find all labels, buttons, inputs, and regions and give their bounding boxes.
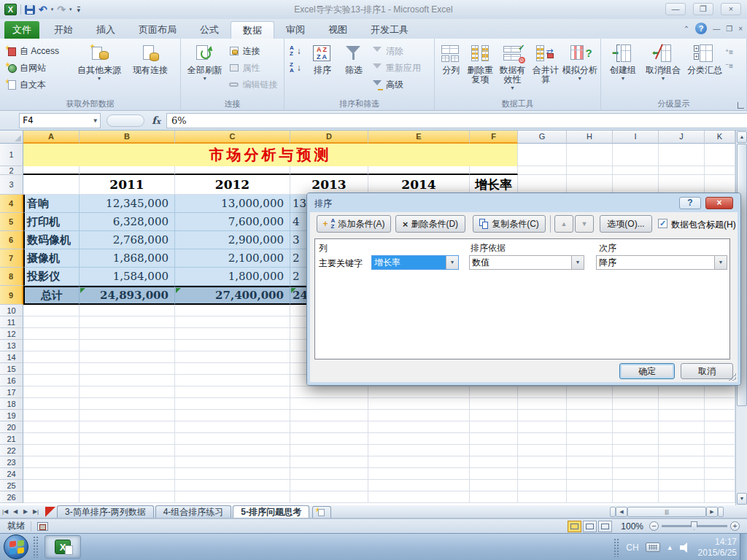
cell[interactable] — [613, 445, 659, 456]
cell[interactable] — [518, 398, 567, 410]
cell[interactable] — [705, 398, 735, 410]
cell[interactable] — [705, 445, 735, 456]
cell[interactable] — [518, 491, 567, 503]
tab-view[interactable]: 视图 — [317, 21, 359, 39]
dialog-close-button[interactable]: × — [705, 197, 733, 209]
sort-button[interactable]: A ZZ A 排序 — [306, 41, 338, 75]
row-header[interactable]: 11 — [0, 316, 23, 328]
row-header[interactable]: 5 — [0, 213, 23, 231]
has-headers-checkbox[interactable]: ✓ — [658, 219, 667, 228]
cell[interactable] — [23, 375, 80, 386]
create-group-button[interactable]: ➡ 创建组 ▼ — [604, 41, 642, 81]
row-header[interactable]: 24 — [0, 468, 23, 480]
cell[interactable] — [567, 480, 613, 491]
cell[interactable] — [470, 421, 518, 433]
zoom-level[interactable]: 100% — [621, 521, 643, 532]
category-cell[interactable]: 打印机 — [23, 213, 80, 231]
cell[interactable] — [567, 398, 613, 410]
cell[interactable] — [290, 456, 368, 468]
cell[interactable] — [175, 363, 290, 375]
cell[interactable] — [659, 456, 705, 468]
horizontal-scroll-thumb[interactable]: ||| — [627, 507, 706, 517]
advanced-filter-button[interactable]: 高级 — [369, 77, 430, 92]
select-all-corner[interactable] — [0, 131, 23, 144]
row-header[interactable]: 17 — [0, 386, 23, 398]
cell[interactable] — [23, 386, 80, 398]
name-box[interactable]: F4 ▼ — [19, 113, 101, 128]
row-header-1[interactable]: 1 — [0, 144, 23, 166]
cell[interactable] — [518, 410, 567, 421]
row-header[interactable]: 19 — [0, 410, 23, 421]
hide-detail-icon[interactable]: ⁻≡ — [725, 61, 737, 72]
cell[interactable] — [470, 410, 518, 421]
cell[interactable] — [470, 433, 518, 445]
workbook-minimize-icon[interactable]: — — [713, 25, 720, 33]
row-header[interactable]: 12 — [0, 328, 23, 340]
cell[interactable] — [705, 433, 735, 445]
total-cell-b9[interactable]: 24,893,000 — [80, 286, 175, 305]
scroll-left-icon[interactable]: ◀ — [616, 507, 627, 517]
cell[interactable] — [23, 316, 80, 328]
cell[interactable] — [80, 386, 175, 398]
cell[interactable] — [80, 328, 175, 340]
zoom-slider[interactable] — [662, 525, 727, 527]
cell[interactable] — [567, 491, 613, 503]
cell[interactable] — [23, 398, 80, 410]
cell[interactable] — [23, 410, 80, 421]
row-header[interactable]: 4 — [0, 195, 23, 213]
cell[interactable] — [175, 410, 290, 421]
growth-header-cell[interactable]: 增长率 — [470, 175, 518, 195]
cell[interactable] — [175, 480, 290, 491]
save-icon[interactable] — [25, 5, 35, 15]
resize-grip[interactable] — [729, 373, 736, 381]
cell[interactable] — [23, 351, 80, 363]
cell[interactable] — [368, 456, 470, 468]
value-2012-cell[interactable]: 13,000,000 — [175, 195, 290, 213]
cell[interactable] — [567, 468, 613, 480]
cell[interactable] — [290, 421, 368, 433]
cell[interactable] — [80, 305, 175, 316]
cell[interactable] — [175, 328, 290, 340]
scroll-down-icon[interactable]: ▼ — [737, 493, 747, 505]
cell[interactable] — [175, 305, 290, 316]
cell[interactable] — [175, 491, 290, 503]
column-header-c[interactable]: C — [175, 131, 290, 144]
value-2012-cell[interactable]: 2,900,000 — [175, 231, 290, 249]
macro-record-icon[interactable] — [37, 522, 48, 531]
cell[interactable] — [567, 410, 613, 421]
consolidate-button[interactable]: ⇄ 合并计算 — [529, 41, 562, 85]
cell[interactable] — [80, 445, 175, 456]
restore-button[interactable]: ❐ — [693, 3, 713, 15]
cell[interactable] — [23, 340, 80, 351]
tab-data[interactable]: 数据 — [231, 21, 274, 39]
cell[interactable] — [613, 175, 659, 195]
category-cell[interactable]: 音响 — [23, 195, 80, 213]
workbook-close-icon[interactable]: × — [738, 25, 743, 33]
cell[interactable] — [80, 316, 175, 328]
row-header[interactable]: 18 — [0, 398, 23, 410]
cell[interactable] — [470, 456, 518, 468]
row-header[interactable]: 22 — [0, 445, 23, 456]
cell[interactable] — [290, 468, 368, 480]
cell[interactable] — [659, 386, 705, 398]
cell[interactable] — [470, 445, 518, 456]
data-validation-button[interactable]: ✓ ⊘ 数据有效性 ▼ — [496, 41, 529, 90]
cell[interactable] — [368, 433, 470, 445]
total-cell-c9[interactable]: 27,400,000 — [175, 286, 290, 305]
cell[interactable] — [613, 410, 659, 421]
row-header[interactable]: 21 — [0, 433, 23, 445]
what-if-analysis-button[interactable]: ? 模拟分析 ▼ — [562, 41, 597, 81]
show-hidden-icons[interactable]: ▲ — [667, 544, 673, 551]
value-2011-cell[interactable]: 6,328,000 — [80, 213, 175, 231]
cell[interactable] — [659, 175, 705, 195]
cell[interactable] — [470, 386, 518, 398]
row-header-3[interactable]: 3 — [0, 175, 23, 195]
cell[interactable] — [518, 421, 567, 433]
cell[interactable] — [290, 398, 368, 410]
excel-app-icon[interactable]: X — [4, 4, 17, 15]
cell[interactable] — [368, 421, 470, 433]
cell[interactable] — [175, 433, 290, 445]
sheet-tab-2[interactable]: 4-组合排序练习 — [155, 505, 232, 518]
cell[interactable] — [80, 363, 175, 375]
column-header-f[interactable]: F — [470, 131, 518, 144]
